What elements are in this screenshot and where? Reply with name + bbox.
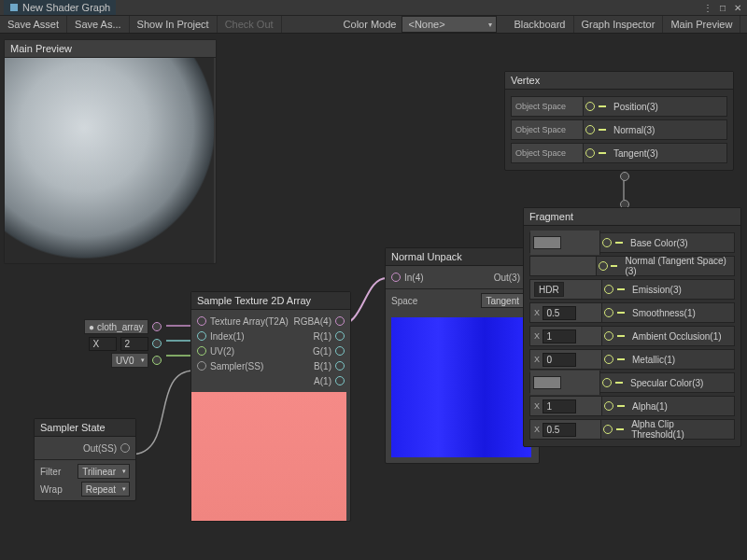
sampler-out-label: Out(SS) [83, 443, 117, 454]
graph-inspector-button[interactable]: Graph Inspector [574, 16, 664, 33]
b-out-port[interactable] [335, 361, 345, 371]
fragment-label: Alpha Clip Threshold(1) [626, 419, 734, 440]
hdr-badge: HDR [534, 282, 564, 297]
fragment-row: X 0Metallic(1) [529, 349, 735, 370]
graph-canvas[interactable]: Main Preview ● cloth_array X 2 UV0 Sampl… [0, 34, 747, 560]
tex-array-label: Texture Array(T2A) [210, 316, 289, 327]
cloth-array-out-port[interactable] [152, 322, 162, 331]
fragment-label: Specular Color(3) [625, 378, 709, 388]
value-field[interactable]: 0.5 [543, 423, 576, 437]
preview-sphere [5, 58, 214, 263]
vertex-port[interactable] [585, 125, 595, 134]
save-as-button[interactable]: Save As... [67, 16, 130, 33]
fragment-row: HDREmission(3) [529, 279, 735, 300]
fragment-row: X 0.5Alpha Clip Threshold(1) [529, 419, 735, 440]
vertex-row: Object SpaceNormal(3) [511, 119, 727, 140]
wrap-select[interactable]: Repeat [81, 482, 130, 497]
sample-texture-title: Sample Texture 2D Array [191, 292, 350, 310]
g-out-port[interactable] [335, 346, 345, 356]
tex-array-in-port[interactable] [197, 316, 206, 326]
vertex-row: Object SpacePosition(3) [511, 96, 727, 117]
unpack-out-label: Out(3) [494, 273, 520, 283]
sampler-label: Sampler(SS) [210, 361, 263, 371]
wrap-label: Wrap [40, 484, 63, 495]
sample-texture-preview [191, 392, 346, 521]
input-stack: ● cloth_array X 2 UV0 [84, 319, 162, 368]
fragment-row: X 0.5Smoothness(1) [529, 302, 735, 323]
a-out-port[interactable] [335, 376, 345, 385]
g-label: G(1) [313, 346, 331, 357]
color-mode-select[interactable]: <None> [402, 16, 497, 33]
fragment-row: Specular Color(3) [529, 372, 735, 393]
x-value[interactable]: 2 [120, 337, 148, 351]
normal-unpack-title: Normal Unpack [386, 248, 539, 266]
vertex-label: Position(3) [608, 102, 664, 112]
svg-rect-0 [10, 4, 18, 11]
uv-in-port[interactable] [197, 346, 206, 356]
vertex-title: Vertex [505, 72, 733, 90]
fragment-block[interactable]: Fragment Base Color(3)Normal (Tangent Sp… [523, 207, 741, 447]
show-in-project-button[interactable]: Show In Project [130, 16, 218, 33]
sampler-state-title: Sampler State [35, 419, 135, 437]
value-field[interactable]: 1 [543, 329, 576, 343]
close-icon[interactable]: ✕ [732, 2, 743, 13]
fragment-port[interactable] [604, 331, 613, 341]
menu-icon[interactable]: ⋮ [702, 2, 713, 13]
fragment-port[interactable] [602, 238, 612, 247]
color-mode-label: Color Mode [338, 19, 402, 30]
fragment-port[interactable] [604, 285, 613, 294]
fragment-port[interactable] [604, 355, 613, 364]
sampler-out-port[interactable] [120, 443, 130, 453]
main-preview-button[interactable]: Main Preview [663, 16, 740, 33]
fragment-port[interactable] [599, 261, 608, 271]
filter-select[interactable]: Trilinear [78, 464, 130, 479]
normal-unpack-node[interactable]: Normal Unpack In(4)Out(3) SpaceTangent [385, 247, 540, 464]
sampler-state-node[interactable]: Sampler State Out(SS) FilterTrilinear Wr… [34, 418, 136, 501]
sampler-in-port[interactable] [197, 361, 206, 371]
filter-label: Filter [40, 467, 61, 477]
unpack-in-port[interactable] [391, 273, 401, 282]
normal-unpack-preview [391, 317, 531, 457]
main-preview-title: Main Preview [5, 40, 216, 58]
value-field[interactable]: 0 [543, 353, 576, 367]
fragment-port[interactable] [603, 425, 613, 434]
blackboard-button[interactable]: Blackboard [506, 16, 573, 33]
color-swatch[interactable] [533, 376, 561, 389]
cloth-array-property[interactable]: ● cloth_array [84, 319, 148, 334]
sample-texture-node[interactable]: Sample Texture 2D Array Texture Array(T2… [190, 291, 351, 522]
fragment-label: Ambient Occlusion(1) [627, 331, 727, 342]
fragment-label: Smoothness(1) [627, 308, 701, 318]
fragment-port[interactable] [602, 378, 612, 387]
rgba-out-port[interactable] [335, 316, 345, 326]
fragment-row: Base Color(3) [529, 232, 735, 253]
b-label: B(1) [314, 361, 331, 371]
index-in-port[interactable] [197, 331, 206, 341]
vertex-port[interactable] [585, 102, 595, 111]
fragment-port[interactable] [604, 308, 613, 317]
vertex-out-port[interactable] [620, 172, 629, 181]
fragment-label: Normal (Tangent Space)(3) [619, 256, 734, 276]
vertex-block[interactable]: Vertex Object SpacePosition(3)Object Spa… [504, 71, 734, 171]
r-out-port[interactable] [335, 331, 345, 341]
fragment-title: Fragment [524, 208, 740, 226]
value-field[interactable]: 0.5 [543, 306, 576, 320]
tab[interactable]: New Shader Graph [4, 0, 116, 15]
index-out-port[interactable] [152, 339, 162, 348]
value-field[interactable]: 1 [543, 399, 576, 413]
save-button[interactable]: Save Asset [0, 16, 67, 33]
uv-select[interactable]: UV0 [111, 353, 148, 368]
color-swatch[interactable] [533, 236, 561, 249]
uv-out-port[interactable] [152, 356, 162, 365]
fragment-row: Normal (Tangent Space)(3) [529, 256, 735, 276]
unpack-in-label: In(4) [404, 273, 424, 283]
r-label: R(1) [314, 331, 331, 342]
main-preview-panel: Main Preview [4, 39, 217, 264]
fragment-row: X 1Alpha(1) [529, 396, 735, 416]
vertex-port[interactable] [585, 148, 595, 158]
shader-icon [9, 3, 19, 12]
fragment-port[interactable] [604, 401, 613, 411]
vertex-label: Normal(3) [608, 125, 660, 135]
maximize-icon[interactable]: □ [717, 2, 728, 13]
fragment-row: X 1Ambient Occlusion(1) [529, 326, 735, 346]
toolbar: Save Asset Save As... Show In Project Ch… [0, 16, 747, 34]
